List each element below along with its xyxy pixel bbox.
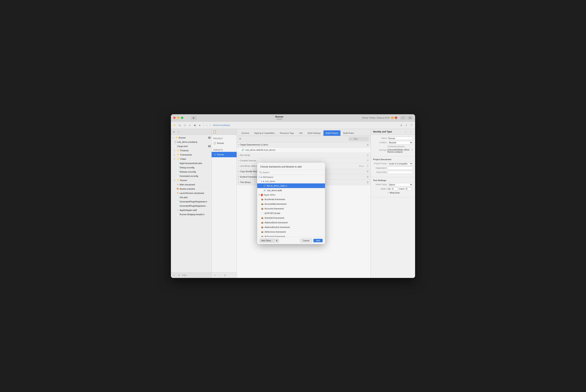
target-item-runner[interactable]: ◁ Runner bbox=[212, 152, 237, 157]
add-file-btn[interactable]: + bbox=[172, 273, 176, 277]
help-icon-btn[interactable]: ? bbox=[409, 123, 413, 127]
tree-item-generated-xcconfig[interactable]: 📄 Generated.xcconfig bbox=[171, 174, 211, 178]
tree-item-genplugin-h[interactable]: 📄 GeneratedPluginRegistrant.h bbox=[171, 200, 211, 204]
inspector-nav-back[interactable]: ‹ bbox=[403, 130, 408, 134]
add-button[interactable]: Add bbox=[313, 239, 323, 242]
tree-item-genplugin-m[interactable]: 📄 GeneratedPluginRegistrant... bbox=[171, 204, 211, 208]
tab-signing[interactable]: Signing & Capabilities bbox=[252, 130, 277, 136]
tab-info[interactable]: Info bbox=[297, 130, 305, 136]
dialog-item-adsupport[interactable]: 📦 AdSupport.framework bbox=[257, 234, 325, 237]
breakpoint-icon-btn[interactable]: ◈ bbox=[198, 123, 202, 127]
indent-using-select[interactable]: Spaces Tabs bbox=[387, 183, 413, 186]
close-button[interactable] bbox=[173, 116, 176, 119]
tree-item-info-plist[interactable]: 📄 Info.plist bbox=[171, 195, 211, 200]
tab-build-phases[interactable]: Build Phases bbox=[323, 130, 340, 136]
delete-icon[interactable]: 🗑 bbox=[367, 176, 369, 178]
project-item-runner[interactable]: 📋 Runner bbox=[212, 140, 237, 146]
tree-item-launchscreen[interactable]: ⊞ LaunchScreen.storyboard bbox=[171, 191, 211, 195]
tab-width-input[interactable] bbox=[392, 188, 398, 190]
add-phase-btn[interactable]: + bbox=[238, 137, 242, 140]
layout-button[interactable]: ⊞ bbox=[407, 116, 413, 120]
add-button[interactable]: + bbox=[400, 116, 406, 120]
reveal-icon[interactable]: ⤴ bbox=[412, 149, 413, 152]
dialog-item-activitykit[interactable]: 📦 ActivityKit.framework bbox=[257, 216, 325, 220]
tree-item-appdelegate[interactable]: ◇ AppDelegate.swift bbox=[171, 208, 211, 212]
tree-item-main-storyboard[interactable]: ⊞ Main.storyboard bbox=[171, 182, 211, 187]
breadcrumb: Runner.xcodeproj bbox=[213, 124, 230, 126]
add-other-dropdown[interactable]: ▼ bbox=[275, 239, 279, 242]
debug-icon-btn[interactable]: ▣ bbox=[193, 123, 197, 127]
dialog-item-accelerate[interactable]: 📦 Accelerate.framework bbox=[257, 197, 325, 202]
maximize-button[interactable] bbox=[181, 116, 183, 119]
tree-item-release-xcconfig[interactable]: 📄 Release.xcconfig bbox=[171, 170, 211, 174]
tree-item-xcodeproj[interactable]: 📋 rust_demo.xcodeproj bbox=[171, 140, 211, 144]
filter-input[interactable] bbox=[352, 137, 367, 140]
tab-resource-tags[interactable]: Resource Tags bbox=[278, 130, 296, 136]
indent-width-input[interactable] bbox=[406, 188, 412, 190]
dialog-item-dylib[interactable]: 🔗 rust_demo.dylib bbox=[257, 188, 325, 193]
search-icon-btn[interactable]: 🔍 bbox=[178, 123, 182, 127]
sidebar-add-btn[interactable]: + bbox=[176, 130, 181, 134]
tree-item-bridging-header[interactable]: 📄 Runner-Bridging-Header.h bbox=[171, 212, 211, 216]
dialog-search-input[interactable] bbox=[263, 171, 323, 174]
dialog-group-rustdemo[interactable]: ▾ ◈ rust_demo bbox=[257, 179, 325, 184]
section-target-dependencies[interactable]: ▾ Target Dependencies (1 item) 🗑 bbox=[237, 142, 370, 148]
organization-field[interactable] bbox=[387, 166, 413, 170]
cancel-button[interactable]: Cancel bbox=[300, 238, 312, 242]
inspector-nav-forward[interactable]: › bbox=[408, 130, 413, 134]
warning-icon-btn[interactable]: ⚠ bbox=[188, 123, 192, 127]
delete-icon[interactable]: 🗑 bbox=[367, 181, 369, 184]
delete-icon[interactable]: 🗑 bbox=[367, 159, 369, 162]
dialog-item-accounts[interactable]: 📦 Accounts.framework bbox=[257, 206, 325, 211]
git-icon-btn[interactable]: ⎇ bbox=[183, 123, 187, 127]
filter-btn[interactable]: ⊙ bbox=[177, 273, 181, 277]
location-select[interactable]: Absolute Relative to Group bbox=[387, 141, 413, 144]
dialog-group-apple-sdks[interactable]: ▾ 🍎 Apple SDKs bbox=[257, 193, 325, 197]
add-framework-dialog[interactable]: Choose frameworks and libraries to add: … bbox=[257, 163, 325, 244]
add-other-button[interactable]: Add Other... bbox=[259, 238, 274, 242]
dialog-group-workspace[interactable]: ▾ ◈ Workspace bbox=[257, 175, 325, 179]
folder-icon-btn[interactable]: 📁 bbox=[173, 123, 177, 127]
dialog-item-addressbookui[interactable]: 📦 AddressBookUI.framework bbox=[257, 225, 325, 230]
delete-icon[interactable]: 🗑 bbox=[367, 143, 369, 146]
delete-icon[interactable]: 🗑 bbox=[367, 170, 369, 173]
tree-item-cargo[interactable]: 📄 Cargo.toml M bbox=[171, 144, 211, 148]
filter-targets-btn[interactable]: ⊙ bbox=[223, 273, 227, 277]
tree-item-flutter[interactable]: ▾ 📁 Flutter bbox=[171, 157, 211, 161]
project-format-select[interactable]: Xcode 9.3-compatible bbox=[387, 162, 413, 166]
sidebar-fold-btn[interactable]: ⊟ bbox=[172, 130, 176, 134]
apple-icon: 🍎 bbox=[260, 194, 263, 196]
rustdemo-icon: ◈ bbox=[263, 180, 264, 183]
tree-item-appframeworkinfo[interactable]: 📄 AppFrameworkInfo.plist bbox=[171, 161, 211, 166]
tree-item-frameworks[interactable]: ▸ 📁 Frameworks bbox=[171, 152, 211, 157]
minimize-button[interactable] bbox=[177, 116, 179, 119]
tab-build-settings[interactable]: Build Settings bbox=[305, 130, 323, 136]
tab-build-rules[interactable]: Build Rules bbox=[341, 130, 356, 136]
add-target-btn[interactable]: + bbox=[213, 273, 217, 277]
forward-button[interactable]: › bbox=[209, 123, 212, 128]
tree-item-products[interactable]: ▸ 📁 Products bbox=[171, 148, 211, 152]
tree-item-assets[interactable]: 🎨 Assets.xcassets bbox=[171, 187, 211, 191]
dialog-item-accessibility[interactable]: 📦 Accessibility.framework bbox=[257, 202, 325, 206]
remove-target-btn[interactable]: − bbox=[218, 273, 222, 277]
project-panel-btn[interactable]: 📋 bbox=[212, 130, 217, 134]
xcodeproj-icon: 📋 bbox=[174, 141, 177, 143]
back-button[interactable]: ‹ bbox=[205, 123, 208, 128]
inspector-toggle-btn[interactable]: ⊟ bbox=[399, 123, 403, 127]
class-prefix-field[interactable] bbox=[387, 171, 413, 174]
dialog-item-acipcbtlib[interactable]: 📄 ACIPCBTLib.tbd bbox=[257, 211, 325, 216]
inspector-icon-btn[interactable]: ℹ bbox=[404, 123, 408, 127]
modified-badge: M bbox=[208, 145, 211, 147]
tree-item-runner-group[interactable]: ▾ 📁 Runner bbox=[171, 178, 211, 182]
delete-icon[interactable]: 🗑 bbox=[367, 164, 369, 167]
section-run-script[interactable]: ▸ Run Script 🗑 bbox=[237, 152, 370, 158]
dialog-item-addressbook[interactable]: 📦 AddressBook.framework bbox=[257, 220, 325, 225]
dialog-item-adservices[interactable]: 📦 AdServices.framework bbox=[257, 230, 325, 234]
name-field[interactable] bbox=[387, 137, 413, 140]
delete-icon[interactable]: 🗑 bbox=[367, 154, 369, 156]
run-button[interactable]: ▶ bbox=[191, 116, 197, 120]
tree-item-runner-root[interactable]: ▾ 📁 Runner M bbox=[171, 136, 211, 140]
dialog-item-librust[interactable]: 🔗 librust_demo_static.a bbox=[257, 184, 325, 188]
tab-general[interactable]: General bbox=[239, 130, 251, 136]
tree-item-debug-xcconfig[interactable]: 📄 Debug.xcconfig bbox=[171, 166, 211, 170]
